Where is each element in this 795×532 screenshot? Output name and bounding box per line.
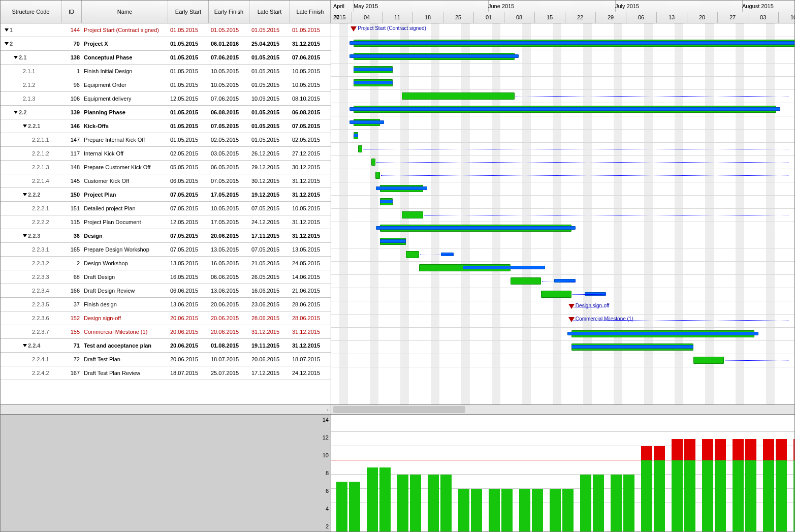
milestone-label: Project Start (Contract signed) — [358, 25, 426, 31]
chevron-down-icon[interactable] — [23, 124, 27, 128]
table-row[interactable]: 2.2.1.2117Internal Kick Off02.05.201503.… — [1, 147, 331, 161]
table-row[interactable]: 2.1.296Equipment Order01.05.201510.05.20… — [1, 78, 331, 92]
gantt-row[interactable]: Commercial Milestone (1) — [331, 314, 794, 328]
chevron-down-icon[interactable] — [14, 56, 18, 59]
chevron-down-icon[interactable] — [23, 234, 27, 237]
milestone-icon[interactable] — [568, 317, 575, 322]
cell-es: 01.05.2015 — [168, 27, 209, 33]
task-bar[interactable] — [371, 159, 376, 166]
col-structure[interactable]: Structure Code — [1, 1, 61, 23]
gantt-row[interactable] — [331, 235, 794, 248]
table-row[interactable]: 2.2.3.6152Design sign-off20.06.201520.06… — [1, 311, 331, 325]
gantt-row[interactable] — [331, 354, 794, 367]
table-row[interactable]: 2.2.3.368Draft Design16.05.201506.06.201… — [1, 270, 331, 284]
task-bar[interactable] — [511, 277, 541, 285]
table-row[interactable]: 2.2.3.7155Commercial Milestone (1)20.06.… — [1, 325, 331, 339]
timeline-header[interactable]: April 2015May 2015June 2015July 2015Augu… — [331, 1, 794, 23]
table-row[interactable]: 2.2.1.1147Prepare Internal Kick Off01.05… — [1, 133, 331, 147]
task-bar[interactable] — [402, 92, 515, 100]
table-row[interactable]: 2.2.1146Kick-Offs01.05.201507.05.201501.… — [1, 119, 331, 133]
late-bar — [349, 120, 384, 124]
table-row[interactable]: 2.2.3.1165Prepare Design Workshop07.05.2… — [1, 243, 331, 257]
gantt-row[interactable] — [331, 103, 794, 116]
gantt-row[interactable] — [331, 169, 794, 182]
cell-ef: 17.05.2015 — [209, 192, 249, 198]
table-row[interactable]: 2.2.471Test and acceptance plan20.06.201… — [1, 339, 331, 353]
table-row[interactable]: 2.2.4.172Draft Test Plan20.06.201518.07.… — [1, 353, 331, 366]
gantt-row[interactable] — [331, 261, 794, 275]
cell-name: Customer Kick Off — [82, 178, 168, 184]
col-early-finish[interactable]: Early Finish — [209, 1, 249, 23]
table-row[interactable]: 270Project X01.05.201506.01.201625.04.20… — [1, 37, 331, 51]
chevron-down-icon[interactable] — [23, 193, 27, 196]
gantt-row[interactable] — [331, 288, 794, 301]
gantt-row[interactable]: Project Start (Contract signed) — [331, 23, 794, 37]
col-early-start[interactable]: Early Start — [168, 1, 209, 23]
table-row[interactable]: 2.2.1.4145Customer Kick Off06.05.201507.… — [1, 174, 331, 188]
gantt-chart[interactable]: Project Start (Contract signed)Design si… — [331, 23, 794, 404]
histogram-pane: 1412108642 — [1, 414, 794, 531]
gantt-row[interactable] — [331, 182, 794, 196]
col-name[interactable]: Name — [82, 1, 168, 23]
table-body[interactable]: 1144Project Start (Contract signed)01.05… — [1, 23, 331, 404]
cell-ls: 01.05.2015 — [249, 137, 290, 143]
task-bar[interactable] — [693, 357, 724, 364]
gantt-row[interactable] — [331, 195, 794, 209]
gantt-row[interactable] — [331, 274, 794, 288]
table-row[interactable]: 2.2.4.2167Draft Test Plan Review18.07.20… — [1, 366, 331, 380]
table-row[interactable]: 2.2139Planning Phase01.05.201506.08.2015… — [1, 106, 331, 119]
histogram-chart[interactable] — [331, 415, 794, 531]
col-late-start[interactable]: Late Start — [249, 1, 290, 23]
table-row[interactable]: 2.1138Conceptual Phase01.05.201507.06.20… — [1, 51, 331, 65]
hscroll-left[interactable]: › — [1, 404, 331, 414]
task-bar[interactable] — [402, 211, 424, 218]
col-late-finish[interactable]: Late Finish — [290, 1, 331, 23]
gantt-row[interactable] — [331, 129, 794, 143]
table-row[interactable]: 2.1.3106Equipment delivery12.05.201507.0… — [1, 92, 331, 106]
table-row[interactable]: 2.1.11Finish Initial Design01.05.201510.… — [1, 65, 331, 78]
gantt-row[interactable] — [331, 116, 794, 130]
table-row[interactable]: 2.2.336Design07.05.201520.06.201517.11.2… — [1, 229, 331, 243]
milestone-icon[interactable] — [351, 26, 357, 32]
gantt-row[interactable] — [331, 63, 794, 77]
task-bar[interactable] — [358, 145, 363, 152]
scroll-thumb[interactable] — [333, 406, 465, 413]
table-row[interactable]: 2.2.2.2115Project Plan Document12.05.201… — [1, 215, 331, 229]
gantt-row[interactable] — [331, 155, 794, 169]
cell-ls: 10.09.2015 — [249, 96, 290, 102]
cell-es: 13.06.2015 — [168, 301, 209, 307]
milestone-icon[interactable] — [568, 304, 575, 309]
col-id[interactable]: ID — [61, 1, 82, 23]
gantt-row[interactable] — [331, 89, 794, 103]
table-row[interactable]: 2.2.3.537Finish design13.06.201520.06.20… — [1, 298, 331, 311]
table-row[interactable]: 2.2.1.3148Prepare Customer Kick Off05.05… — [1, 161, 331, 174]
chevron-down-icon[interactable] — [5, 28, 9, 32]
cell-name: Test and acceptance plan — [82, 342, 168, 349]
gantt-row[interactable] — [331, 340, 794, 354]
hscroll-right[interactable] — [331, 404, 794, 414]
table-row[interactable]: 2.2.2.1151Detailed project Plan07.05.201… — [1, 202, 331, 215]
gantt-row[interactable]: Design sign-off — [331, 301, 794, 315]
table-row[interactable]: 2.2.2150Project Plan07.05.201517.05.2015… — [1, 188, 331, 202]
gantt-row[interactable] — [331, 222, 794, 235]
chevron-down-icon[interactable] — [14, 111, 18, 114]
gantt-row[interactable] — [331, 327, 794, 341]
task-bar[interactable] — [375, 172, 380, 179]
late-bar — [349, 41, 794, 45]
gantt-row[interactable] — [331, 76, 794, 90]
gantt-row[interactable] — [331, 37, 794, 50]
table-row[interactable]: 2.2.3.22Design Workshop13.05.201516.05.2… — [1, 257, 331, 270]
cell-ef: 20.06.2015 — [209, 329, 249, 335]
task-bar[interactable] — [541, 291, 571, 298]
chevron-down-icon[interactable] — [23, 344, 27, 347]
table-row[interactable]: 2.2.3.4166Draft Design Review06.06.20151… — [1, 284, 331, 298]
gantt-row[interactable] — [331, 50, 794, 64]
task-bar[interactable] — [406, 251, 419, 258]
gantt-row[interactable] — [331, 248, 794, 262]
milestone-label: Design sign-off — [576, 303, 610, 308]
struct-code: 2.2.1.3 — [32, 164, 49, 170]
chevron-down-icon[interactable] — [5, 42, 9, 45]
gantt-row[interactable] — [331, 208, 794, 222]
table-row[interactable]: 1144Project Start (Contract signed)01.05… — [1, 23, 331, 37]
gantt-row[interactable] — [331, 142, 794, 156]
